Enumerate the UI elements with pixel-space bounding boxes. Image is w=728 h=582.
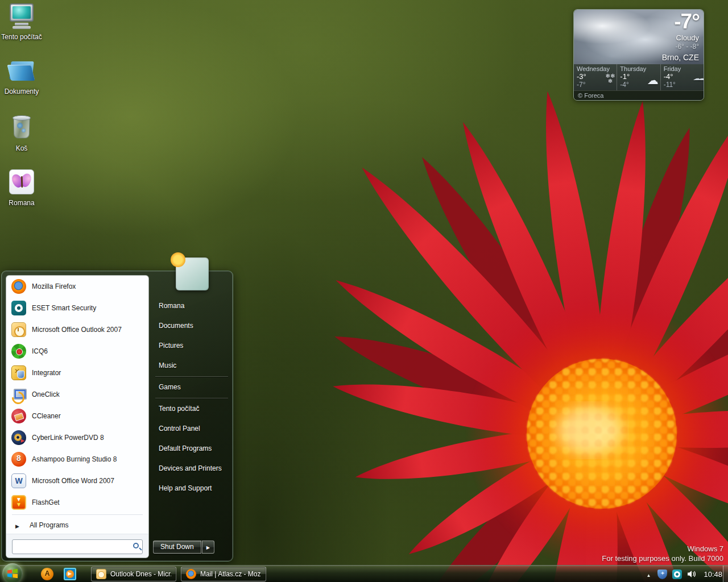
window-title: Outlook Dnes - Micr... bbox=[110, 570, 171, 578]
window-title: Mail | Atlas.cz - Mozi... bbox=[200, 570, 261, 578]
divider bbox=[155, 398, 228, 398]
start-menu-place-romana[interactable]: Romana bbox=[153, 296, 230, 316]
current-temperature: -7° bbox=[674, 10, 700, 34]
program-label: CCleaner bbox=[32, 412, 61, 420]
temperature-range: -6° - -8° bbox=[675, 43, 699, 51]
start-menu-item-icq6[interactable]: ICQ6 bbox=[6, 340, 148, 362]
shut-down-button[interactable]: Shut Down bbox=[153, 541, 201, 554]
expand-arrow-icon bbox=[15, 520, 19, 530]
oneclick-icon bbox=[11, 387, 26, 402]
clock[interactable]: 10:48 bbox=[704, 570, 722, 579]
start-menu-item-mozilla-firefox[interactable]: Mozilla Firefox bbox=[6, 276, 148, 297]
forecast-day-name: Friday bbox=[664, 65, 704, 72]
integrator-icon bbox=[11, 365, 26, 380]
system-tray: 10:48 bbox=[644, 566, 722, 582]
weather-forecast: Wednesday -3° -7° Thursday -1° -4° Frida… bbox=[574, 64, 704, 90]
program-label: Mozilla Firefox bbox=[32, 282, 76, 290]
computer-icon bbox=[8, 2, 35, 30]
weather-condition: Cloudy bbox=[676, 34, 699, 42]
taskbar-window-firefox-mail[interactable]: Mail | Atlas.cz - Mozi... bbox=[181, 567, 266, 581]
start-menu-place-control-panel[interactable]: Control Panel bbox=[153, 419, 230, 439]
start-menu-item-outlook-2007[interactable]: Microsoft Office Outlook 2007 bbox=[6, 319, 148, 340]
shut-down-options-arrow[interactable] bbox=[202, 541, 214, 554]
taskbar: Outlook Dnes - Micr... Mail | Atlas.cz -… bbox=[0, 565, 728, 582]
start-menu-item-oneclick[interactable]: OneClick bbox=[6, 384, 148, 405]
firefox-icon bbox=[11, 279, 26, 294]
outlook-icon bbox=[96, 569, 106, 579]
start-menu-programs-panel: Mozilla Firefox ESET Smart Security Micr… bbox=[6, 275, 149, 558]
search-input[interactable] bbox=[12, 539, 143, 554]
search-icon bbox=[133, 543, 139, 548]
recycle-bin-icon bbox=[8, 114, 35, 141]
flashget-icon bbox=[11, 495, 26, 510]
butterfly-picture-icon bbox=[8, 168, 35, 196]
desktop-icon-recycle-bin[interactable]: Koš bbox=[0, 114, 43, 153]
firefox-icon bbox=[186, 569, 196, 579]
start-menu-item-ashampoo-burning-studio-8[interactable]: Ashampoo Burning Studio 8 bbox=[6, 448, 148, 470]
start-menu-item-flashget[interactable]: FlashGet bbox=[6, 492, 148, 513]
desktop-icon-computer[interactable]: Tento počítač bbox=[0, 2, 43, 41]
program-label: CyberLink PowerDVD 8 bbox=[32, 434, 104, 442]
build-watermark: Windows 7 For testing purposes only. Bui… bbox=[602, 544, 723, 564]
start-menu-place-pictures[interactable]: Pictures bbox=[153, 336, 230, 356]
program-label: Ashampoo Burning Studio 8 bbox=[32, 455, 117, 463]
start-menu-place-computer[interactable]: Tento počítač bbox=[153, 399, 230, 419]
desktop-icon-label: Tento počítač bbox=[1, 33, 42, 41]
program-label: ESET Smart Security bbox=[32, 304, 96, 312]
start-menu-place-help-support[interactable]: Help and Support bbox=[153, 479, 230, 498]
start-menu-place-games[interactable]: Games bbox=[153, 377, 230, 397]
program-label: Integrator bbox=[32, 369, 61, 377]
start-menu-place-documents[interactable]: Documents bbox=[153, 316, 230, 336]
desktop-icon-label: Dokumenty bbox=[5, 88, 39, 95]
windows-logo-icon bbox=[7, 568, 18, 579]
eset-tray-icon[interactable] bbox=[672, 569, 682, 579]
all-programs-label: All Programs bbox=[30, 521, 69, 529]
search-box bbox=[12, 539, 143, 554]
outlook-icon bbox=[11, 322, 26, 337]
forecast-low: -11° bbox=[664, 81, 704, 89]
start-menu-item-integrator[interactable]: Integrator bbox=[6, 362, 148, 384]
weather-gadget[interactable]: -7° Cloudy -6° - -8° Brno, CZE Wednesday… bbox=[573, 9, 704, 101]
powerdvd-icon bbox=[11, 430, 26, 445]
desktop-icon-documents[interactable]: Dokumenty bbox=[0, 57, 43, 96]
ashampoo-icon bbox=[11, 452, 26, 467]
divider bbox=[155, 376, 228, 377]
start-menu-item-ccleaner[interactable]: CCleaner bbox=[6, 405, 148, 427]
word-icon bbox=[11, 473, 26, 488]
start-menu: Mozilla Firefox ESET Smart Security Micr… bbox=[1, 271, 233, 562]
taskbar-window-outlook[interactable]: Outlook Dnes - Micr... bbox=[91, 567, 176, 581]
forecast-day-name: Thursday bbox=[620, 65, 660, 72]
cloud-icon bbox=[647, 73, 659, 87]
icq-icon bbox=[11, 344, 26, 359]
security-shield-icon[interactable] bbox=[657, 569, 667, 579]
program-label: Microsoft Office Word 2007 bbox=[32, 477, 114, 485]
volume-icon[interactable] bbox=[687, 570, 696, 578]
start-button[interactable] bbox=[2, 563, 23, 582]
program-label: Microsoft Office Outlook 2007 bbox=[32, 326, 122, 334]
desktop-icon-romana[interactable]: Romana bbox=[0, 168, 43, 207]
start-menu-item-word-2007[interactable]: Microsoft Office Word 2007 bbox=[6, 470, 148, 492]
start-menu-place-devices-printers[interactable]: Devices and Printers bbox=[153, 459, 230, 479]
forecast-day: Thursday -1° -4° bbox=[617, 64, 660, 90]
quicklaunch-media-play-icon[interactable] bbox=[64, 568, 76, 580]
user-avatar[interactable] bbox=[176, 257, 209, 290]
all-programs-button[interactable]: All Programs bbox=[6, 516, 148, 534]
weather-attribution: © Foreca bbox=[574, 90, 704, 101]
weather-current: -7° Cloudy -6° - -8° Brno, CZE bbox=[574, 10, 704, 64]
forecast-day-name: Wednesday bbox=[577, 65, 617, 72]
show-desktop-button[interactable] bbox=[723, 566, 728, 582]
start-menu-item-eset-smart-security[interactable]: ESET Smart Security bbox=[6, 297, 148, 319]
snowflakes-icon bbox=[606, 73, 615, 84]
desktop-icon-label: Romana bbox=[9, 199, 34, 207]
start-menu-item-powerdvd-8[interactable]: CyberLink PowerDVD 8 bbox=[6, 427, 148, 448]
folder-icon bbox=[8, 57, 35, 84]
start-menu-place-music[interactable]: Music bbox=[153, 356, 230, 376]
start-menu-place-default-programs[interactable]: Default Programs bbox=[153, 439, 230, 459]
program-label: OneClick bbox=[32, 390, 60, 398]
quicklaunch-orange-a-icon[interactable] bbox=[41, 568, 53, 580]
program-label: ICQ6 bbox=[32, 347, 48, 355]
show-hidden-icons-arrow[interactable] bbox=[644, 569, 652, 579]
watermark-line1: Windows 7 bbox=[602, 544, 723, 554]
divider bbox=[12, 514, 143, 515]
weather-location: Brno, CZE bbox=[662, 53, 699, 62]
